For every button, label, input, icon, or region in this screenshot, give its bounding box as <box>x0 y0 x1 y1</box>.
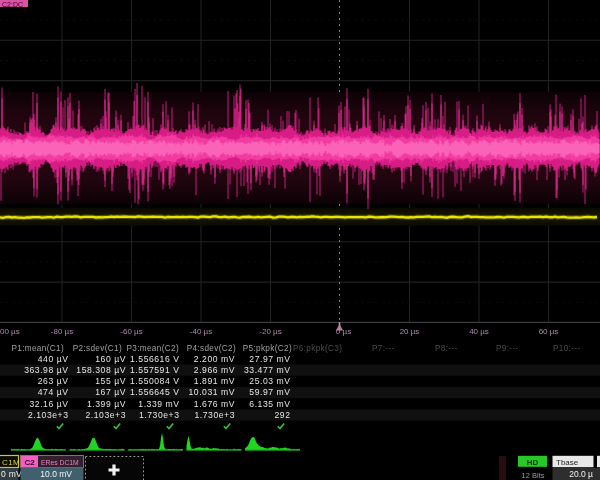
svg-text:6.135 mV: 6.135 mV <box>249 399 290 409</box>
svg-text:-60 µs: -60 µs <box>120 327 142 336</box>
svg-text:40 µs: 40 µs <box>469 327 489 336</box>
svg-text:32.16 µV: 32.16 µV <box>30 399 69 409</box>
svg-text:292: 292 <box>275 410 291 420</box>
svg-text:160 µV: 160 µV <box>95 354 126 364</box>
svg-text:P7:---: P7:--- <box>372 344 395 353</box>
svg-text:C2;DC: C2;DC <box>2 1 23 8</box>
svg-text:P1:mean(C1): P1:mean(C1) <box>11 344 64 353</box>
svg-text:33.477 mV: 33.477 mV <box>244 365 291 375</box>
svg-text:1.399 µV: 1.399 µV <box>87 399 126 409</box>
svg-text:0 µs: 0 µs <box>336 327 351 336</box>
svg-text:Tbase: Tbase <box>556 458 579 467</box>
svg-text:167 µV: 167 µV <box>95 387 126 397</box>
svg-text:1.730e+3: 1.730e+3 <box>139 410 179 420</box>
svg-text:100 µs: 100 µs <box>0 327 20 336</box>
svg-text:10.0 mV: 10.0 mV <box>40 469 72 479</box>
svg-text:440 µV: 440 µV <box>38 354 69 364</box>
svg-text:12 Bits: 12 Bits <box>522 471 545 480</box>
svg-text:C2: C2 <box>24 458 35 467</box>
svg-text:59.97 mV: 59.97 mV <box>249 387 290 397</box>
svg-text:ERes DC1M: ERes DC1M <box>41 459 79 466</box>
svg-text:25.03 mV: 25.03 mV <box>249 376 290 386</box>
svg-text:363.98 µV: 363.98 µV <box>24 365 68 375</box>
svg-text:1.891 mV: 1.891 mV <box>194 376 235 386</box>
svg-text:0 mV: 0 mV <box>1 469 22 479</box>
svg-text:P8:---: P8:--- <box>435 344 458 353</box>
svg-text:1.550084 V: 1.550084 V <box>130 376 179 386</box>
svg-text:HD: HD <box>527 458 539 467</box>
svg-text:2.103e+3: 2.103e+3 <box>28 410 68 420</box>
svg-text:10.031 mV: 10.031 mV <box>188 387 235 397</box>
svg-text:20 µs: 20 µs <box>400 327 420 336</box>
svg-text:2.103e+3: 2.103e+3 <box>86 410 126 420</box>
svg-text:-40 µs: -40 µs <box>190 327 212 336</box>
svg-text:1.339 mV: 1.339 mV <box>138 399 179 409</box>
svg-text:P4:sdev(C2): P4:sdev(C2) <box>187 344 236 353</box>
svg-text:P9:---: P9:--- <box>496 344 519 353</box>
svg-text:-80 µs: -80 µs <box>51 327 73 336</box>
svg-text:20.0 µ: 20.0 µ <box>569 469 593 479</box>
svg-text:-20 µs: -20 µs <box>259 327 281 336</box>
svg-text:1.556616 V: 1.556616 V <box>130 354 179 364</box>
svg-text:1.676 mV: 1.676 mV <box>194 399 235 409</box>
svg-text:158.308 µV: 158.308 µV <box>76 365 126 375</box>
svg-text:263 µV: 263 µV <box>38 376 69 386</box>
svg-text:60 µs: 60 µs <box>539 327 559 336</box>
svg-text:1.730e+3: 1.730e+3 <box>195 410 235 420</box>
svg-text:27.97 mV: 27.97 mV <box>249 354 290 364</box>
svg-text:2.200 mV: 2.200 mV <box>194 354 235 364</box>
svg-text:155 µV: 155 µV <box>95 376 126 386</box>
svg-text:C1M: C1M <box>2 458 20 467</box>
svg-text:P3:mean(C2): P3:mean(C2) <box>126 344 179 353</box>
svg-text:P6:pkpk(C3): P6:pkpk(C3) <box>293 344 342 353</box>
svg-text:2.966 mV: 2.966 mV <box>194 365 235 375</box>
svg-text:P5:pkpk(C2): P5:pkpk(C2) <box>243 344 292 353</box>
svg-text:474 µV: 474 µV <box>38 387 69 397</box>
svg-text:P2:sdev(C1): P2:sdev(C1) <box>73 344 122 353</box>
svg-text:P10:---: P10:--- <box>553 344 580 353</box>
svg-text:1.556645 V: 1.556645 V <box>130 387 179 397</box>
svg-text:1.557591 V: 1.557591 V <box>130 365 179 375</box>
